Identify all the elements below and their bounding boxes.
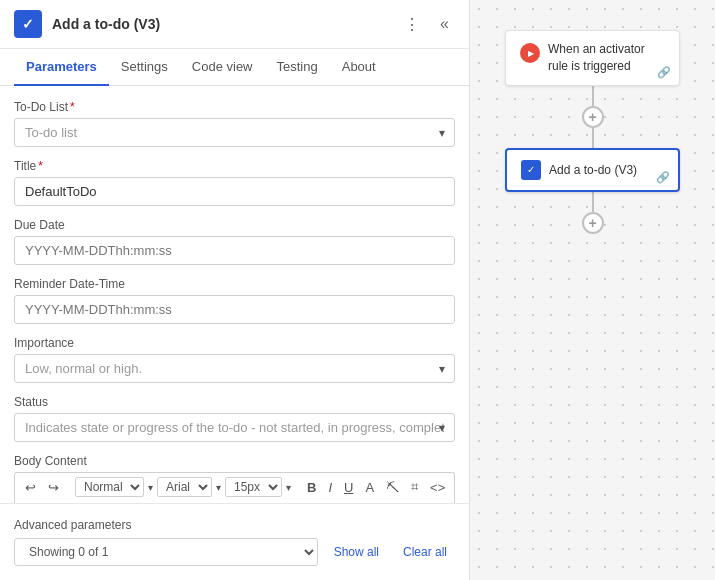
title-label: Title *	[14, 159, 455, 173]
todo-list-select[interactable]: To-do list	[14, 118, 455, 147]
importance-field: Importance Low, normal or high.	[14, 336, 455, 383]
header-right: ⋮ «	[398, 13, 455, 36]
title-input[interactable]	[14, 177, 455, 206]
link-button[interactable]: ⌗	[407, 477, 422, 497]
size-chevron: ▾	[286, 482, 291, 493]
status-select-wrapper: Indicates state or progress of the to-do…	[14, 413, 455, 442]
header-left: ✓ Add a to-do (V3)	[14, 10, 160, 38]
workflow-canvas: When an activator rule is triggered 🔗 + …	[470, 0, 715, 580]
status-label: Status	[14, 395, 455, 409]
title-required-star: *	[38, 159, 43, 173]
style-select[interactable]: Normal	[75, 477, 144, 497]
tab-about[interactable]: About	[330, 49, 388, 86]
todo-list-label: To-Do List *	[14, 100, 455, 114]
font-chevron: ▾	[216, 482, 221, 493]
trigger-text: When an activator rule is triggered	[548, 41, 665, 75]
panel-title: Add a to-do (V3)	[52, 16, 160, 32]
due-date-label: Due Date	[14, 218, 455, 232]
due-date-field: Due Date	[14, 218, 455, 265]
importance-select[interactable]: Low, normal or high.	[14, 354, 455, 383]
show-all-button[interactable]: Show all	[326, 540, 387, 564]
status-select[interactable]: Indicates state or progress of the to-do…	[14, 413, 455, 442]
add-step-button-2[interactable]: +	[582, 212, 604, 234]
title-field: Title *	[14, 159, 455, 206]
required-star: *	[70, 100, 75, 114]
body-content-label: Body Content	[14, 454, 455, 468]
clear-all-button[interactable]: Clear all	[395, 540, 455, 564]
connector-1: +	[582, 86, 604, 148]
advanced-label: Advanced parameters	[14, 518, 455, 532]
editor-area[interactable]: The content of the item. ▲ ▼	[14, 501, 455, 503]
panel-header: ✓ Add a to-do (V3) ⋮ «	[0, 0, 469, 49]
trigger-node[interactable]: When an activator rule is triggered 🔗	[505, 30, 680, 86]
redo-button[interactable]: ↪	[44, 478, 63, 497]
app-icon: ✓	[14, 10, 42, 38]
connector-2: +	[582, 192, 604, 234]
advanced-select[interactable]: Showing 0 of 1	[14, 538, 318, 566]
tab-parameters[interactable]: Parameters	[14, 49, 109, 86]
form-content: To-Do List * To-do list Title * Due Date	[0, 86, 469, 503]
connector-line-1	[592, 86, 594, 106]
due-date-input[interactable]	[14, 236, 455, 265]
underline-button[interactable]: U	[340, 478, 357, 497]
more-options-button[interactable]: ⋮	[398, 13, 426, 36]
body-content-section: Body Content ↩ ↪ Normal ▾ Arial ▾ 15px ▾…	[14, 454, 455, 503]
style-chevron: ▾	[148, 482, 153, 493]
italic-button[interactable]: I	[324, 478, 336, 497]
connector-line-2	[592, 128, 594, 148]
trigger-link-icon: 🔗	[657, 66, 671, 79]
tabs-container: Parameters Settings Code view Testing Ab…	[0, 49, 469, 86]
reminder-label: Reminder Date-Time	[14, 277, 455, 291]
connector-line-3	[592, 192, 594, 212]
highlight-button[interactable]: ⛏	[382, 478, 403, 497]
tab-settings[interactable]: Settings	[109, 49, 180, 86]
action-icon: ✓	[521, 160, 541, 180]
editor-toolbar: ↩ ↪ Normal ▾ Arial ▾ 15px ▾ B I U	[14, 472, 455, 501]
collapse-button[interactable]: «	[434, 13, 455, 35]
left-panel: ✓ Add a to-do (V3) ⋮ « Parameters Settin…	[0, 0, 470, 580]
todo-list-select-wrapper: To-do list	[14, 118, 455, 147]
right-panel: When an activator rule is triggered 🔗 + …	[470, 0, 715, 580]
font-color-button[interactable]: A	[361, 478, 378, 497]
advanced-section: Advanced parameters Showing 0 of 1 Show …	[0, 503, 469, 580]
advanced-row: Showing 0 of 1 Show all Clear all	[14, 538, 455, 566]
size-select[interactable]: 15px	[225, 477, 282, 497]
importance-label: Importance	[14, 336, 455, 350]
importance-select-wrapper: Low, normal or high.	[14, 354, 455, 383]
add-step-button-1[interactable]: +	[582, 106, 604, 128]
reminder-input[interactable]	[14, 295, 455, 324]
bold-button[interactable]: B	[303, 478, 320, 497]
font-select[interactable]: Arial	[157, 477, 212, 497]
action-node[interactable]: ✓ Add a to-do (V3) 🔗	[505, 148, 680, 192]
action-link-icon: 🔗	[656, 171, 670, 184]
reminder-field: Reminder Date-Time	[14, 277, 455, 324]
trigger-icon	[520, 43, 540, 63]
code-button[interactable]: <>	[426, 478, 449, 497]
action-text: Add a to-do (V3)	[549, 163, 637, 177]
tab-codeview[interactable]: Code view	[180, 49, 265, 86]
todo-list-field: To-Do List * To-do list	[14, 100, 455, 147]
tab-testing[interactable]: Testing	[265, 49, 330, 86]
status-field: Status Indicates state or progress of th…	[14, 395, 455, 442]
undo-button[interactable]: ↩	[21, 478, 40, 497]
